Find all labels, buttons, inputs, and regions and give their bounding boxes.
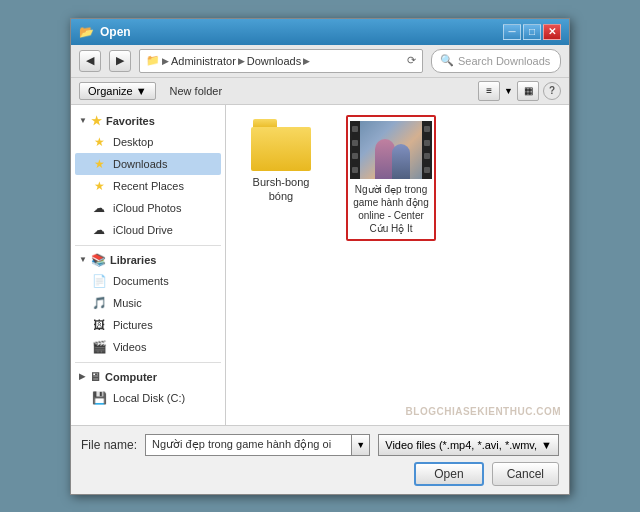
sidebar-item-label-icloud-drive: iCloud Drive	[113, 224, 173, 236]
film-hole	[424, 140, 430, 146]
title-bar-left: 📂 Open	[79, 25, 131, 39]
sidebar-item-icloud-drive[interactable]: ☁ iCloud Drive	[75, 219, 221, 241]
new-folder-button[interactable]: New folder	[164, 83, 229, 99]
folder-thumbnail	[251, 119, 311, 171]
filename-input[interactable]: Người đẹp trong game hành động oi	[145, 434, 352, 456]
bottom-bar: File name: Người đẹp trong game hành độn…	[71, 425, 569, 494]
details-view-button[interactable]: ▦	[517, 81, 539, 101]
main-content: ▼ ★ Favorites ★ Desktop ★ Downloads ★ Re…	[71, 105, 569, 425]
music-icon: 🎵	[91, 295, 107, 311]
minimize-button[interactable]: ─	[503, 24, 521, 40]
filename-label: File name:	[81, 438, 137, 452]
favorites-triangle: ▼	[79, 116, 87, 125]
close-button[interactable]: ✕	[543, 24, 561, 40]
computer-icon: 🖥	[89, 370, 101, 384]
address-root: 📁	[146, 54, 160, 67]
video-scene	[360, 121, 422, 179]
downloads-icon: ★	[91, 156, 107, 172]
video-thumbnail	[350, 121, 432, 179]
title-bar: 📂 Open ─ □ ✕	[71, 19, 569, 45]
film-strip-right	[422, 121, 432, 179]
forward-button[interactable]: ▶	[109, 50, 131, 72]
address-downloads: Downloads	[247, 55, 301, 67]
sidebar: ▼ ★ Favorites ★ Desktop ★ Downloads ★ Re…	[71, 105, 226, 425]
watermark: BLOGCHIASEKIENTHUC.COM	[406, 406, 561, 417]
file-item-folder[interactable]: Bursh-bong bóng	[236, 115, 326, 208]
title-controls: ─ □ ✕	[503, 24, 561, 40]
icloud-photos-icon: ☁	[91, 200, 107, 216]
folder-body	[251, 127, 311, 171]
view-dropdown-arrow[interactable]: ▼	[504, 86, 513, 96]
computer-section[interactable]: ▶ 🖥 Computer	[75, 367, 221, 387]
open-dialog: 📂 Open ─ □ ✕ ◀ ▶ 📁 ▶ Administrator ▶ Dow…	[70, 18, 570, 495]
filename-input-group: Người đẹp trong game hành động oi ▼	[145, 434, 370, 456]
view-icon: ≡	[486, 85, 492, 96]
action-bar: Organize ▼ New folder ≡ ▼ ▦ ?	[71, 78, 569, 105]
icloud-drive-icon: ☁	[91, 222, 107, 238]
back-button[interactable]: ◀	[79, 50, 101, 72]
sidebar-item-recent[interactable]: ★ Recent Places	[75, 175, 221, 197]
computer-triangle: ▶	[79, 372, 85, 381]
sidebar-item-label-pictures: Pictures	[113, 319, 153, 331]
address-bar[interactable]: 📁 ▶ Administrator ▶ Downloads ▶ ⟳	[139, 49, 423, 73]
file-item-video[interactable]: Người đẹp trong game hành động online - …	[346, 115, 436, 241]
sidebar-item-label-desktop: Desktop	[113, 136, 153, 148]
address-sep1: ▶	[162, 56, 169, 66]
film-strip-left	[350, 121, 360, 179]
action-buttons: Open Cancel	[81, 462, 559, 486]
videos-icon: 🎬	[91, 339, 107, 355]
favorites-section[interactable]: ▼ ★ Favorites	[75, 111, 221, 131]
details-icon: ▦	[524, 85, 533, 96]
sidebar-item-desktop[interactable]: ★ Desktop	[75, 131, 221, 153]
maximize-button[interactable]: □	[523, 24, 541, 40]
sidebar-divider2	[75, 362, 221, 363]
sidebar-item-label-icloud-photos: iCloud Photos	[113, 202, 182, 214]
film-hole	[352, 153, 358, 159]
desktop-icon: ★	[91, 134, 107, 150]
address-sep3: ▶	[303, 56, 310, 66]
refresh-icon[interactable]: ⟳	[407, 54, 416, 67]
sidebar-item-videos[interactable]: 🎬 Videos	[75, 336, 221, 358]
open-button[interactable]: Open	[414, 462, 483, 486]
forward-icon: ▶	[116, 54, 124, 67]
libraries-section[interactable]: ▼ 📚 Libraries	[75, 250, 221, 270]
address-sep2: ▶	[238, 56, 245, 66]
libraries-icon: 📚	[91, 253, 106, 267]
organize-button[interactable]: Organize ▼	[79, 82, 156, 100]
sidebar-item-label-videos: Videos	[113, 341, 146, 353]
filename-row: File name: Người đẹp trong game hành độn…	[81, 434, 559, 456]
sidebar-item-label-local-disk: Local Disk (C:)	[113, 392, 185, 404]
filetype-arrow-icon: ▼	[541, 439, 552, 451]
libraries-triangle: ▼	[79, 255, 87, 264]
filetype-value: Video files (*.mp4, *.avi, *.wmv,	[385, 439, 537, 451]
sidebar-item-label-recent: Recent Places	[113, 180, 184, 192]
filetype-dropdown[interactable]: Video files (*.mp4, *.avi, *.wmv, ▼	[378, 434, 559, 456]
film-hole	[352, 140, 358, 146]
sidebar-item-downloads[interactable]: ★ Downloads	[75, 153, 221, 175]
organize-label: Organize	[88, 85, 133, 97]
search-placeholder: Search Downloads	[458, 55, 550, 67]
libraries-label: Libraries	[110, 254, 156, 266]
sidebar-item-local-disk[interactable]: 💾 Local Disk (C:)	[75, 387, 221, 409]
local-disk-icon: 💾	[91, 390, 107, 406]
help-button[interactable]: ?	[543, 82, 561, 100]
view-mode-button[interactable]: ≡	[478, 81, 500, 101]
search-bar[interactable]: 🔍 Search Downloads	[431, 49, 561, 73]
address-admin: Administrator	[171, 55, 236, 67]
sidebar-item-icloud-photos[interactable]: ☁ iCloud Photos	[75, 197, 221, 219]
folder-label: Bursh-bong bóng	[240, 175, 322, 204]
film-hole	[424, 126, 430, 132]
video-label: Người đẹp trong game hành động online - …	[352, 183, 430, 235]
window-icon: 📂	[79, 25, 94, 39]
cancel-button[interactable]: Cancel	[492, 462, 559, 486]
filename-dropdown[interactable]: ▼	[352, 434, 370, 456]
sidebar-item-documents[interactable]: 📄 Documents	[75, 270, 221, 292]
sidebar-item-pictures[interactable]: 🖼 Pictures	[75, 314, 221, 336]
figure2	[392, 144, 410, 179]
film-hole	[424, 153, 430, 159]
sidebar-item-music[interactable]: 🎵 Music	[75, 292, 221, 314]
sidebar-item-label-downloads: Downloads	[113, 158, 167, 170]
sidebar-divider1	[75, 245, 221, 246]
sidebar-item-label-music: Music	[113, 297, 142, 309]
favorites-label: Favorites	[106, 115, 155, 127]
